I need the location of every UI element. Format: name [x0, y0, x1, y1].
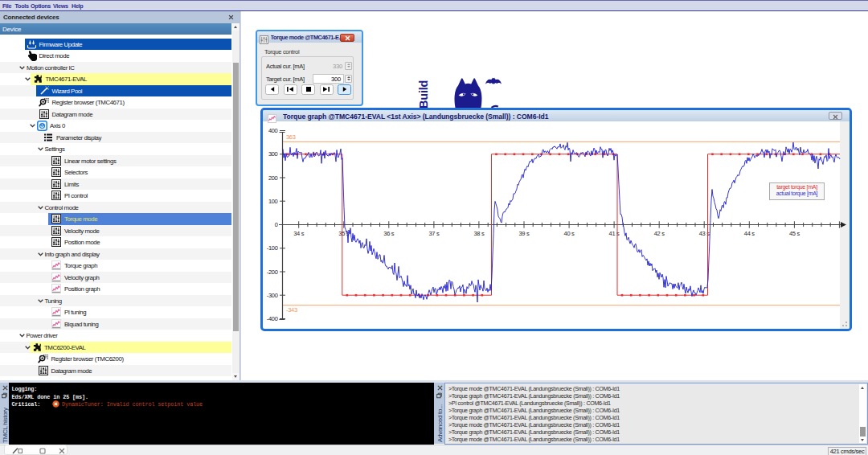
- svg-text:200: 200: [268, 174, 278, 182]
- svg-text:39 s: 39 s: [519, 230, 530, 237]
- svg-text:38 s: 38 s: [473, 230, 485, 237]
- svg-text:363: 363: [286, 133, 296, 141]
- svg-text:42 s: 42 s: [654, 230, 665, 237]
- svg-text:45 s: 45 s: [789, 230, 800, 237]
- svg-text:36 s: 36 s: [383, 230, 395, 237]
- svg-text:0: 0: [275, 221, 278, 228]
- svg-text:300: 300: [268, 150, 278, 158]
- svg-text:43 s: 43 s: [699, 230, 710, 237]
- svg-text:-200: -200: [267, 268, 278, 276]
- svg-text:37 s: 37 s: [428, 230, 440, 237]
- svg-text:34 s: 34 s: [293, 230, 305, 237]
- svg-text:40 s: 40 s: [564, 230, 575, 237]
- svg-text:-400: -400: [267, 315, 278, 322]
- svg-text:44 s: 44 s: [744, 230, 755, 237]
- svg-text:-100: -100: [267, 244, 278, 252]
- svg-text:-343: -343: [286, 306, 297, 314]
- svg-text:400: 400: [268, 127, 278, 134]
- svg-text:100: 100: [268, 198, 278, 205]
- svg-text:41 s: 41 s: [609, 230, 620, 237]
- svg-text:-300: -300: [267, 292, 278, 299]
